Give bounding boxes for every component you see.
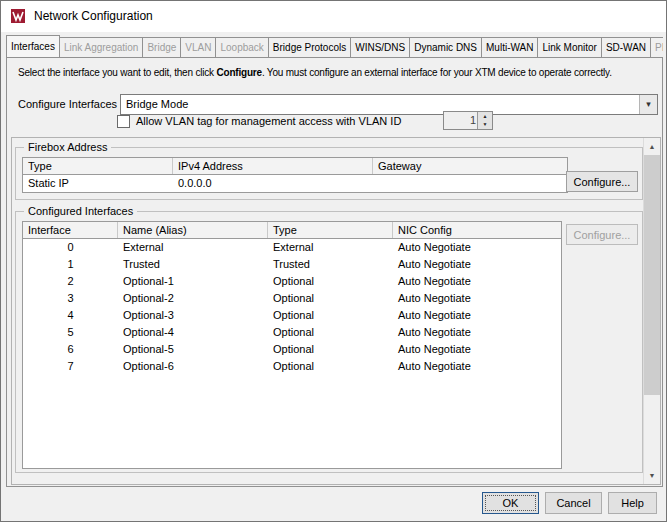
tab-pppoe: PPPoE bbox=[650, 37, 663, 57]
tab-wins-dns[interactable]: WINS/DNS bbox=[350, 37, 410, 57]
configured-interfaces-group-title: Configured Interfaces bbox=[24, 204, 137, 219]
scroll-up-icon[interactable]: ▲ bbox=[644, 138, 660, 155]
interface-row-5[interactable]: 5 Optional-4 Optional Auto Negotiate bbox=[23, 324, 561, 341]
tab-loopback: Loopback bbox=[215, 37, 268, 57]
configured-interfaces-table: Interface Name (Alias) Type NIC Config 0… bbox=[22, 221, 562, 469]
column-header-name-alias: Name (Alias) bbox=[118, 222, 268, 238]
vlan-id-spinner[interactable]: 1 ▲ ▼ bbox=[443, 111, 493, 130]
tab-link-monitor[interactable]: Link Monitor bbox=[537, 37, 601, 57]
cell-name: Optional-5 bbox=[118, 341, 268, 358]
cell-type: Optional bbox=[268, 290, 393, 307]
tab-vlan: VLAN bbox=[180, 37, 216, 57]
cell-interface: 4 bbox=[23, 307, 118, 324]
interface-row-7[interactable]: 7 Optional-6 Optional Auto Negotiate bbox=[23, 358, 561, 375]
column-header-ipv4: IPv4 Address bbox=[173, 158, 373, 174]
tab-bridge-protocols[interactable]: Bridge Protocols bbox=[268, 37, 351, 57]
interface-row-6[interactable]: 6 Optional-5 Optional Auto Negotiate bbox=[23, 341, 561, 358]
chevron-down-icon[interactable]: ▾ bbox=[639, 95, 657, 114]
ok-button[interactable]: OK bbox=[482, 492, 539, 514]
column-header-nic-config: NIC Config bbox=[393, 222, 561, 238]
vlan-id-value[interactable]: 1 bbox=[444, 112, 476, 129]
cell-interface: 5 bbox=[23, 324, 118, 341]
firebox-table-header: Type IPv4 Address Gateway bbox=[23, 158, 567, 175]
column-header-gateway: Gateway bbox=[373, 158, 567, 174]
cell-interface: 6 bbox=[23, 341, 118, 358]
firebox-address-group-title: Firebox Address bbox=[24, 140, 111, 155]
firebox-address-table: Type IPv4 Address Gateway Static IP 0.0.… bbox=[22, 157, 568, 193]
cell-interface: 3 bbox=[23, 290, 118, 307]
tab-bridge: Bridge bbox=[142, 37, 181, 57]
cell-nic: Auto Negotiate bbox=[393, 290, 561, 307]
interface-row-4[interactable]: 4 Optional-3 Optional Auto Negotiate bbox=[23, 307, 561, 324]
cell-name: External bbox=[118, 239, 268, 256]
cell-type: Optional bbox=[268, 324, 393, 341]
cell-type: Optional bbox=[268, 307, 393, 324]
cell-type: Optional bbox=[268, 341, 393, 358]
titlebar: Network Configuration bbox=[1, 1, 666, 32]
firebox-configure-button[interactable]: Configure... bbox=[566, 171, 638, 192]
tab-multi-wan[interactable]: Multi-WAN bbox=[481, 37, 538, 57]
interface-row-2[interactable]: 2 Optional-1 Optional Auto Negotiate bbox=[23, 273, 561, 290]
spinner-down-icon[interactable]: ▼ bbox=[477, 120, 492, 129]
cell-name: Trusted bbox=[118, 256, 268, 273]
interface-row-3[interactable]: 3 Optional-2 Optional Auto Negotiate bbox=[23, 290, 561, 307]
cell-type: Optional bbox=[268, 273, 393, 290]
tab-dynamic-dns[interactable]: Dynamic DNS bbox=[409, 37, 482, 57]
cell-nic: Auto Negotiate bbox=[393, 341, 561, 358]
cell-interface: 7 bbox=[23, 358, 118, 375]
tab-bar: Interfaces Link Aggregation Bridge VLAN … bbox=[6, 34, 663, 57]
network-configuration-dialog: Network Configuration Interfaces Link Ag… bbox=[0, 0, 667, 522]
interfaces-scroll-panel: Firebox Address Type IPv4 Address Gatewa… bbox=[11, 137, 661, 485]
cell-nic: Auto Negotiate bbox=[393, 324, 561, 341]
firebox-table-row[interactable]: Static IP 0.0.0.0 bbox=[23, 175, 567, 192]
cell-name: Optional-1 bbox=[118, 273, 268, 290]
cell-type: External bbox=[268, 239, 393, 256]
interface-row-1[interactable]: 1 Trusted Trusted Auto Negotiate bbox=[23, 256, 561, 273]
cell-type: Optional bbox=[268, 358, 393, 375]
instruction-text-pre: Select the interface you want to edit, t… bbox=[18, 67, 216, 78]
column-header-type: Type bbox=[268, 222, 393, 238]
interfaces-table-header: Interface Name (Alias) Type NIC Config bbox=[23, 222, 561, 239]
tab-interfaces[interactable]: Interfaces bbox=[6, 35, 60, 57]
scroll-down-icon[interactable]: ▼ bbox=[644, 467, 660, 484]
column-header-interface: Interface bbox=[23, 222, 118, 238]
cell-name: Optional-4 bbox=[118, 324, 268, 341]
cancel-button[interactable]: Cancel bbox=[545, 492, 602, 514]
scrollbar-thumb[interactable] bbox=[644, 155, 660, 395]
cell-nic: Auto Negotiate bbox=[393, 239, 561, 256]
vlan-tag-checkbox-label: Allow VLAN tag for management access wit… bbox=[136, 112, 401, 130]
cell-interface: 0 bbox=[23, 239, 118, 256]
instruction-text-post: . You must configure an external interfa… bbox=[262, 67, 612, 78]
configured-interfaces-group: Configured Interfaces Interface Name (Al… bbox=[15, 211, 643, 473]
column-header-type: Type bbox=[23, 158, 173, 174]
vlan-tag-checkbox[interactable] bbox=[117, 115, 130, 128]
cell-name: Optional-2 bbox=[118, 290, 268, 307]
cell-nic: Auto Negotiate bbox=[393, 273, 561, 290]
cell-nic: Auto Negotiate bbox=[393, 256, 561, 273]
cell-nic: Auto Negotiate bbox=[393, 358, 561, 375]
cell-gateway bbox=[373, 175, 567, 192]
watchguard-icon bbox=[10, 8, 26, 24]
vertical-scrollbar[interactable]: ▲ ▼ bbox=[643, 138, 660, 484]
instruction-text-bold: Configure bbox=[216, 67, 261, 78]
cell-nic: Auto Negotiate bbox=[393, 307, 561, 324]
tab-sd-wan[interactable]: SD-WAN bbox=[601, 37, 651, 57]
tab-link-aggregation: Link Aggregation bbox=[59, 37, 144, 57]
cell-name: Optional-6 bbox=[118, 358, 268, 375]
cell-type: Static IP bbox=[23, 175, 173, 192]
cell-name: Optional-3 bbox=[118, 307, 268, 324]
interface-row-0[interactable]: 0 External External Auto Negotiate bbox=[23, 239, 561, 256]
configure-interfaces-in-label: Configure Interfaces in bbox=[18, 94, 129, 115]
instruction-text: Select the interface you want to edit, t… bbox=[18, 67, 663, 78]
cell-type: Trusted bbox=[268, 256, 393, 273]
cell-interface: 1 bbox=[23, 256, 118, 273]
interfaces-tab-panel: Select the interface you want to edit, t… bbox=[6, 57, 663, 487]
cell-interface: 2 bbox=[23, 273, 118, 290]
cell-ipv4: 0.0.0.0 bbox=[173, 175, 373, 192]
window-title: Network Configuration bbox=[34, 1, 153, 32]
interface-configure-button: Configure... bbox=[566, 224, 638, 245]
help-button[interactable]: Help bbox=[608, 492, 657, 514]
firebox-address-group: Firebox Address Type IPv4 Address Gatewa… bbox=[15, 147, 643, 200]
